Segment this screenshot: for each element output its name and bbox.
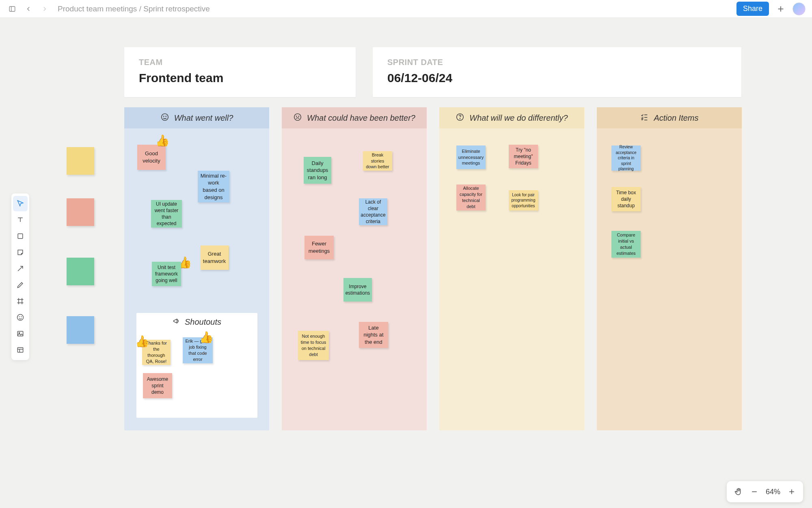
team-label: TEAM — [139, 58, 341, 67]
tool-template[interactable] — [13, 342, 28, 358]
palette-sticky-yellow[interactable] — [67, 147, 94, 175]
sticky-note[interactable]: Try "no meeting" Fridays — [509, 145, 538, 168]
tool-emoji[interactable] — [13, 310, 28, 325]
column-title: What could have been better? — [307, 113, 415, 123]
checklist-icon — [640, 113, 649, 123]
svg-point-10 — [17, 315, 24, 321]
nav-forward-icon[interactable] — [39, 3, 50, 15]
svg-point-12 — [21, 317, 22, 317]
sticky-note[interactable]: Awesome sprint demo — [143, 373, 172, 398]
column-header-action-items: Action Items — [597, 107, 742, 128]
tool-pencil[interactable] — [13, 277, 28, 293]
tool-select[interactable] — [13, 196, 28, 211]
tool-frame[interactable] — [13, 293, 28, 309]
sticky-note[interactable]: Time box daily standup — [611, 187, 641, 211]
svg-point-18 — [161, 114, 168, 121]
sticky-note[interactable]: Minimal re-work based on designs — [198, 171, 229, 202]
svg-rect-4 — [18, 234, 23, 239]
svg-line-5 — [18, 266, 23, 271]
svg-point-25 — [460, 119, 460, 119]
sticky-note[interactable]: Good velocity👍 — [137, 145, 166, 170]
sticky-note[interactable]: Review acceptance criteria in sprint pla… — [611, 145, 641, 171]
sticky-note[interactable]: Break stories down better — [363, 151, 392, 171]
zoom-out-button[interactable] — [750, 488, 758, 496]
tool-shape[interactable] — [13, 228, 28, 244]
breadcrumb[interactable]: Product team meetings / Sprint retrospec… — [58, 4, 210, 13]
column-title: Action Items — [654, 113, 698, 123]
topbar: Product team meetings / Sprint retrospec… — [0, 0, 812, 18]
sticky-note[interactable]: Look for pair programming opportunities — [509, 190, 538, 211]
sticky-note[interactable]: Great teamwork👍 — [200, 245, 229, 270]
zoom-in-button[interactable] — [788, 488, 796, 496]
column-title: What went well? — [174, 113, 233, 123]
svg-rect-15 — [17, 347, 23, 352]
avatar[interactable] — [793, 2, 806, 15]
palette-sticky-green[interactable] — [67, 258, 94, 285]
team-card[interactable]: TEAM Frontend team — [124, 47, 356, 97]
palette-sticky-blue[interactable] — [67, 316, 94, 344]
column-header-better: What could have been better? — [282, 107, 427, 128]
sticky-note[interactable]: Erik — great job fixing that code error👍 — [183, 337, 213, 363]
sticky-note[interactable]: Thanks for the thorough QA, Rose!👍 — [142, 340, 171, 365]
svg-point-21 — [294, 114, 301, 121]
topbar-left: Product team meetings / Sprint retrospec… — [6, 3, 210, 15]
share-button[interactable]: Share — [736, 2, 769, 16]
zoom-value[interactable]: 64% — [766, 488, 780, 496]
shoutouts-header: Shoutouts — [136, 313, 257, 331]
tool-image[interactable] — [13, 326, 28, 341]
column-title: What will we do differently? — [469, 113, 568, 123]
shoutouts-panel[interactable]: Shoutouts — [136, 313, 257, 418]
svg-rect-13 — [17, 331, 23, 336]
canvas[interactable]: TEAM Frontend team SPRINT DATE 06/12-06/… — [0, 18, 812, 508]
shoutouts-title: Shoutouts — [185, 317, 221, 327]
sticky-note[interactable]: Late nights at the end — [359, 322, 388, 348]
sprint-value: 06/12-06/24 — [387, 71, 727, 85]
sprint-card[interactable]: SPRINT DATE 06/12-06/24 — [373, 47, 741, 97]
team-value: Frontend team — [139, 71, 341, 85]
megaphone-icon — [173, 317, 181, 327]
column-better[interactable]: What could have been better? — [282, 107, 427, 430]
svg-point-11 — [19, 317, 19, 317]
sprint-label: SPRINT DATE — [387, 58, 727, 67]
sidebar-toggle-icon[interactable] — [6, 3, 18, 15]
sticky-note[interactable]: Lack of clear acceptance criteria — [359, 198, 387, 225]
hand-tool-icon[interactable] — [734, 487, 743, 496]
sticky-note[interactable]: Allocate capacity for technical debt — [456, 185, 486, 211]
sticky-note[interactable]: Not enough time to focus on technical de… — [298, 331, 329, 360]
svg-point-22 — [296, 116, 297, 117]
nav-back-icon[interactable] — [23, 3, 34, 15]
sticky-note[interactable]: Compare initial vs actual estimates — [611, 231, 641, 258]
svg-point-23 — [298, 116, 299, 117]
sticky-note[interactable]: UI update went faster than expected — [151, 200, 182, 228]
topbar-right: Share — [736, 2, 806, 16]
smile-icon — [160, 113, 169, 123]
tool-arrow[interactable] — [13, 261, 28, 276]
frown-icon — [293, 113, 302, 123]
tool-palette — [11, 193, 29, 360]
tool-sticky[interactable] — [13, 245, 28, 260]
svg-rect-0 — [9, 7, 15, 11]
zoom-controls: 64% — [727, 481, 803, 502]
column-header-differently: What will we do differently? — [439, 107, 584, 128]
palette-sticky-red[interactable] — [67, 198, 94, 226]
sticky-note[interactable]: Eliminate unnecessary meetings — [456, 145, 486, 169]
tool-text[interactable] — [13, 212, 28, 228]
question-icon — [456, 113, 464, 123]
svg-point-19 — [163, 116, 164, 117]
sticky-note[interactable]: Unit test framework going well — [152, 262, 181, 286]
add-button[interactable] — [775, 3, 787, 15]
sticky-note[interactable]: Improve estimations — [343, 278, 372, 302]
column-header-went-well: What went well? — [124, 107, 269, 128]
svg-point-20 — [166, 116, 166, 117]
sticky-note[interactable]: Daily standups ran long — [304, 157, 331, 184]
sticky-note[interactable]: Fewer meetings — [304, 236, 334, 259]
